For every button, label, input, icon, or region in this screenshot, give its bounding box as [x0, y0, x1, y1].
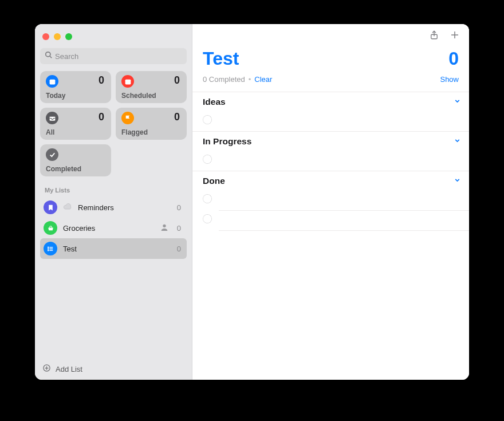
clear-button[interactable]: Clear	[254, 75, 272, 84]
search-field[interactable]	[40, 48, 187, 64]
smart-list-label: All	[46, 128, 54, 136]
svg-rect-5	[125, 79, 131, 81]
add-list-button[interactable]: Add List	[40, 358, 187, 380]
smart-lists: 0 Today 0 Scheduled 0 All	[40, 71, 187, 176]
list-count: 0	[177, 224, 181, 233]
cloud-icon	[63, 202, 72, 213]
smart-list-today[interactable]: 0 Today	[40, 71, 111, 103]
minimize-window-button[interactable]	[54, 33, 61, 40]
completed-count-text: 0 Completed	[203, 75, 245, 84]
section-ideas: Ideas	[192, 92, 469, 131]
smart-list-label: Completed	[46, 165, 81, 173]
section-header[interactable]: Done	[192, 171, 469, 191]
trailing-area	[192, 210, 469, 231]
new-reminder-row[interactable]	[192, 112, 469, 131]
section-done: Done	[192, 171, 469, 210]
list-name: Test	[63, 245, 171, 253]
list-item-reminders[interactable]: Reminders 0	[40, 197, 187, 218]
new-reminder-row[interactable]	[192, 191, 469, 210]
section-in-progress: In Progress	[192, 131, 469, 171]
list-item-test[interactable]: Test 0	[40, 238, 187, 259]
smart-list-flagged[interactable]: 0 Flagged	[116, 108, 187, 140]
app-window: 0 Today 0 Scheduled 0 All	[35, 24, 469, 380]
list-title: Test	[203, 48, 239, 69]
section-title: In Progress	[203, 136, 251, 147]
reminder-radio[interactable]	[203, 115, 212, 124]
list-name: Reminders	[78, 203, 171, 212]
sidebar: 0 Today 0 Scheduled 0 All	[35, 24, 192, 380]
svg-point-6	[163, 224, 166, 227]
reminder-radio[interactable]	[203, 194, 212, 203]
close-window-button[interactable]	[42, 33, 49, 40]
bookmark-icon	[44, 200, 57, 214]
fullscreen-window-button[interactable]	[65, 33, 72, 40]
checkmark-icon	[46, 148, 58, 161]
search-icon	[45, 51, 55, 61]
list-name: Groceries	[63, 224, 154, 233]
chevron-down-icon	[454, 176, 461, 186]
tray-icon	[46, 112, 58, 124]
smart-list-label: Scheduled	[121, 92, 156, 100]
smart-list-scheduled[interactable]: 0 Scheduled	[116, 71, 187, 103]
completed-row: 0 Completed • Clear Show	[192, 72, 469, 92]
basket-icon	[44, 221, 57, 235]
list-item-groceries[interactable]: Groceries 0	[40, 218, 187, 238]
my-lists-header: My Lists	[40, 184, 187, 197]
smart-list-all[interactable]: 0 All	[40, 108, 111, 140]
svg-point-12	[48, 250, 48, 250]
new-reminder-row[interactable]	[192, 151, 469, 171]
svg-point-11	[48, 248, 48, 249]
section-title: Ideas	[203, 97, 226, 107]
toolbar	[192, 24, 469, 48]
add-reminder-button[interactable]	[450, 29, 460, 43]
svg-rect-2	[49, 79, 55, 84]
separator-dot: •	[249, 75, 251, 84]
divider	[219, 230, 469, 231]
list-title-bar: Test 0	[192, 48, 469, 72]
share-button[interactable]	[429, 29, 439, 43]
chevron-down-icon	[454, 97, 461, 107]
detail-pane: Test 0 0 Completed • Clear Show Ideas	[192, 24, 469, 380]
smart-list-label: Today	[46, 92, 65, 100]
svg-point-10	[48, 247, 48, 247]
list-total-count: 0	[448, 48, 459, 69]
new-reminder-row[interactable]	[192, 211, 469, 230]
smart-list-count: 0	[174, 111, 180, 123]
reminder-radio[interactable]	[203, 155, 212, 164]
list-count: 0	[177, 245, 181, 253]
reminder-radio[interactable]	[203, 214, 212, 223]
calendar-icon	[46, 75, 58, 88]
chevron-down-icon	[454, 136, 461, 147]
svg-point-0	[46, 52, 50, 57]
window-controls	[40, 29, 187, 48]
calendar-grid-icon	[121, 75, 134, 88]
list-bullet-icon	[44, 242, 57, 255]
smart-list-count: 0	[99, 74, 104, 86]
shared-icon	[160, 223, 171, 234]
list-count: 0	[177, 203, 181, 212]
smart-list-label: Flagged	[121, 128, 148, 136]
svg-line-1	[50, 56, 52, 58]
section-header[interactable]: In Progress	[192, 132, 469, 151]
search-input[interactable]	[55, 52, 182, 61]
smart-list-count: 0	[99, 111, 104, 123]
show-button[interactable]: Show	[440, 75, 459, 84]
plus-circle-icon	[42, 364, 51, 374]
flag-icon	[121, 112, 134, 124]
section-title: Done	[203, 176, 225, 186]
section-header[interactable]: Ideas	[192, 92, 469, 112]
smart-list-completed[interactable]: Completed	[40, 144, 111, 176]
add-list-label: Add List	[56, 365, 82, 373]
smart-list-count: 0	[174, 74, 180, 86]
